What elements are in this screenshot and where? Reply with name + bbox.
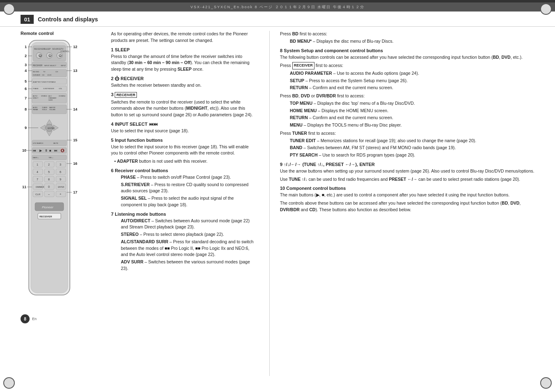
section-3-header: 3 RECEIVER (111, 92, 255, 98)
section-7-item-1: AUTO/DIRECT – Switches between Auto surr… (111, 218, 255, 231)
svg-text:11: 11 (22, 185, 26, 189)
svg-text:SLEEP: SLEEP (44, 48, 51, 50)
svg-text:INPUT SELECT: INPUT SELECT (44, 65, 56, 67)
svg-text:5: 5 (25, 79, 27, 83)
left-column: Remote control RECEIVER SLEEP SOURCE TV … (21, 31, 103, 376)
setup-item: SETUP – Press to access the System Setup… (280, 78, 534, 84)
svg-text:4: 4 (25, 69, 27, 73)
svg-text:TRE +: TRE + (49, 157, 53, 159)
svg-text:6: 6 (25, 87, 27, 91)
svg-text:Pioneer: Pioneer (42, 205, 53, 209)
svg-text:CLR: CLR (35, 193, 41, 196)
svg-text:2: 2 (48, 163, 50, 166)
svg-text:12: 12 (73, 45, 77, 49)
receiver-box: RECEIVER (115, 92, 137, 98)
section-3-body: Switches the remote to control the recei… (111, 99, 255, 118)
svg-text:CONTROL: CONTROL (60, 51, 69, 53)
svg-text:15: 15 (73, 138, 77, 142)
svg-text:⏸: ⏸ (44, 149, 48, 152)
section-8-body: The following button controls can be acc… (280, 54, 534, 61)
svg-text:7: 7 (25, 96, 27, 100)
section-1-header: 1 SLEEP (111, 47, 255, 52)
remote-control-diagram: RECEIVER SLEEP SOURCE TV CONTROL ⏻ ⏻ ⏻ R… (21, 38, 84, 305)
svg-text:STEREO: STEREO (41, 95, 47, 97)
section-9-body-1: Use the arrow buttons when setting up yo… (280, 168, 534, 175)
svg-text:14: 14 (73, 107, 77, 111)
svg-text:VOLUME: VOLUME (49, 109, 56, 111)
press-tuner-line: Press TUNER first to access: (280, 130, 534, 137)
svg-text:10: 10 (22, 148, 26, 152)
section-2-title: RECEIVER (120, 76, 143, 81)
svg-text:TV: TV (61, 48, 64, 50)
svg-text:AUDIO: AUDIO (33, 107, 37, 108)
page-number: 8 (21, 314, 30, 323)
page-lang: En (32, 317, 37, 321)
chapter-title: Controls and displays (38, 16, 98, 23)
section-5-body: Use to select the input source to this r… (111, 144, 255, 157)
svg-text:RECEIVER: RECEIVER (34, 48, 45, 50)
section-2-header: 2 ⏻ RECEIVER (111, 76, 255, 81)
svg-text:CH: CH (56, 71, 58, 73)
section-9-body-2: Use TUNE ↑/↓ can be used to find radio f… (280, 176, 534, 183)
corner-decoration-tl (3, 3, 15, 15)
svg-text:⏭: ⏭ (54, 149, 58, 152)
svg-text:2: 2 (25, 54, 27, 58)
remote-label: Remote control (21, 31, 103, 36)
menu-item: MENU – Displays the TOOLS menu of Blu-ra… (280, 122, 534, 129)
svg-text:16: 16 (73, 161, 77, 166)
section-4-header: 4 INPUT SELECT ⏮⏭ (111, 122, 255, 127)
svg-text:PARAM: PARAM (33, 109, 38, 111)
right-column: Press BD first to access: BD MENU* – Dis… (280, 31, 534, 376)
press-bd-dvr-line: Press BD, DVD or DVR/BDR first to access… (280, 93, 534, 99)
main-content: Remote control RECEIVER SLEEP SOURCE TV … (0, 27, 555, 380)
svg-text:⏻: ⏻ (38, 54, 42, 58)
svg-text:8: 8 (48, 178, 50, 181)
svg-text:BD DVD: BD DVD (33, 71, 39, 73)
svg-text:ADAPTER TUNER PORTABLE: ADAPTER TUNER PORTABLE (33, 81, 56, 83)
svg-text:6: 6 (60, 171, 61, 173)
section-10-body-2: The controls above these buttons can be … (280, 200, 534, 213)
section-5-header: 5 Input function buttons (111, 138, 255, 143)
column-divider (269, 31, 270, 376)
section-1-num: 1 (111, 47, 115, 52)
svg-text:SOURCE: SOURCE (52, 48, 61, 50)
section-2-num: 2 ⏻ (111, 76, 120, 81)
corner-decoration-br (540, 377, 552, 389)
svg-text:ENTER: ENTER (48, 127, 55, 129)
press-receiver-line: Press RECEIVER first to access: (280, 62, 534, 69)
svg-text:BASS +: BASS + (33, 157, 39, 159)
svg-text:9: 9 (25, 126, 27, 130)
svg-text:DIMMER: DIMMER (36, 186, 44, 188)
svg-text:1: 1 (25, 45, 27, 49)
svg-text:–: – (48, 193, 50, 196)
svg-text:▶: ▶ (39, 149, 42, 152)
svg-text:13: 13 (73, 69, 77, 73)
svg-text:⏻: ⏻ (58, 54, 62, 58)
svg-text:TOOLS: TOOLS (42, 109, 47, 111)
svg-text:CD-R: CD-R (47, 74, 51, 76)
section-8-header: 8 System Setup and component control but… (280, 48, 534, 53)
svg-text:DIRECT: DIRECT (33, 97, 39, 99)
section-7-item-4: ADV SURR – Switches between the various … (111, 259, 255, 272)
svg-text:TUNER/: TUNER/ (42, 107, 47, 108)
press-bd-first: Press BD first to access: (280, 31, 534, 37)
svg-text:SURR: SURR (49, 99, 53, 101)
svg-text:3: 3 (25, 63, 27, 67)
svg-text:■: ■ (49, 149, 51, 152)
svg-text:9: 9 (60, 178, 61, 181)
svg-text:0: 0 (48, 185, 50, 188)
svg-text:17: 17 (73, 190, 77, 194)
section-6-item-2: S.RETRIEVER – Press to restore CD qualit… (111, 182, 255, 195)
svg-text:DVR/BDR: DVR/BDR (33, 74, 40, 76)
svg-text:4: 4 (37, 171, 38, 173)
section-6-header: 6 Receiver control buttons (111, 168, 255, 173)
pty-search-item: PTY SEARCH – Use to search for RDS progr… (280, 152, 534, 159)
svg-text:ENTER: ENTER (58, 186, 65, 188)
header-strip: VSX-421_SYXCN_En.book 8 ページ ２０１１年２月９日 水曜… (0, 2, 555, 12)
section-7-item-3: ALC/STANDARD SURR – Press for standard d… (111, 239, 255, 258)
return-2-item: RETURN – Confirm and exit the current me… (280, 115, 534, 121)
svg-text:VOL: VOL (59, 88, 62, 90)
svg-text:MASTER: MASTER (49, 107, 56, 108)
receiver-box-2: RECEIVER (292, 62, 314, 69)
svg-text:TV: TV (43, 71, 45, 73)
